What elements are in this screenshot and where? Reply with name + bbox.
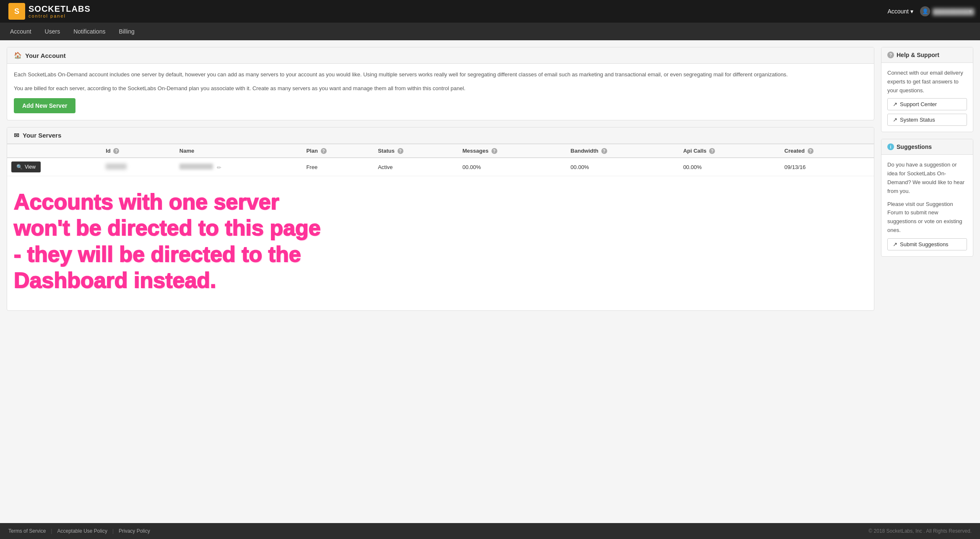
account-card: 🏠 Your Account Each SocketLabs On-Demand… [7,47,874,120]
row-api-calls-cell: 00.00% [679,158,780,176]
logo-area: S SOCKETLABS control panel [8,3,91,20]
user-name: ██████████ [933,8,966,14]
nav-item-users[interactable]: Users [43,23,62,40]
footer-privacy-link[interactable]: Privacy Policy [119,528,150,534]
envelope-icon: ✉ [14,132,19,139]
footer-links: Terms of Service | Acceptable Use Policy… [8,528,150,534]
suggestions-desc-2: Please visit our Suggestion Forum to sub… [887,200,967,235]
footer-divider-2: | [112,528,114,534]
main-container: 🏠 Your Account Each SocketLabs On-Demand… [0,40,980,523]
system-status-button[interactable]: ↗ System Status [887,114,967,126]
nav-item-notifications[interactable]: Notifications [72,23,107,40]
row-name-cell: ✏ [175,158,302,176]
footer-copyright: © 2018 SocketLabs, Inc . All Rights Rese… [868,528,972,534]
submit-suggestions-button[interactable]: ↗ Submit Suggestions [887,238,967,250]
help-support-desc: Connect with our email delivery experts … [887,69,967,95]
col-messages: Messages ? [458,144,567,158]
suggestions-title: Suggestions [897,143,932,150]
col-name: Name [175,144,302,158]
top-navbar: S SOCKETLABS control panel Account ▾ 👤 █… [0,0,980,23]
help-support-title: Help & Support [897,52,939,58]
row-status-cell: Active [374,158,458,176]
external-link-icon-3: ↗ [893,241,897,247]
brand-subtitle: control panel [29,13,91,18]
nav-item-billing[interactable]: Billing [117,23,136,40]
user-icon: 👤 [920,6,930,16]
search-icon: 🔍 [16,164,23,170]
col-created: Created ? [780,144,874,158]
col-api-calls: Api Calls ? [679,144,780,158]
account-desc-1: Each SocketLabs On-Demand account includ… [14,70,867,79]
table-row: 🔍 View ✏ [7,158,874,176]
col-status: Status ? [374,144,458,158]
col-action [7,144,101,158]
external-link-icon-2: ↗ [893,117,897,123]
account-label: Account [887,8,909,15]
footer-divider-1: | [51,528,52,534]
row-bandwidth-cell: 00.00% [567,158,679,176]
annotation-text: Accounts with one server won't be direct… [14,189,333,294]
content-area: 🏠 Your Account Each SocketLabs On-Demand… [7,47,874,311]
help-support-body: Connect with our email delivery experts … [881,63,973,132]
servers-card: ✉ Your Servers Id ? Name [7,127,874,311]
suggestions-card: i Suggestions Do you have a suggestion o… [881,139,973,256]
row-plan-cell: Free [302,158,374,176]
help-question-icon: ? [887,52,894,58]
annotation-overlay: Accounts with one server won't be direct… [7,176,874,310]
help-support-header: ? Help & Support [881,47,973,63]
plan-help-icon[interactable]: ? [321,148,327,154]
suggestions-desc-1: Do you have a suggestion or idea for Soc… [887,161,967,195]
suggestions-info-icon: i [887,143,894,150]
account-card-body: Each SocketLabs On-Demand account includ… [7,64,874,120]
support-center-button[interactable]: ↗ Support Center [887,98,967,110]
col-bandwidth: Bandwidth ? [567,144,679,158]
servers-card-title: Your Servers [23,132,61,139]
brand-title: SOCKETLABS [29,4,91,13]
servers-card-header: ✉ Your Servers [7,128,874,144]
external-link-icon: ↗ [893,101,897,107]
account-arrow: ▾ [910,8,913,15]
row-action-cell: 🔍 View [7,158,101,176]
sub-navbar: Account Users Notifications Billing [0,23,980,40]
id-help-icon[interactable]: ? [113,148,119,154]
account-card-header: 🏠 Your Account [7,47,874,64]
account-desc-2: You are billed for each server, accordin… [14,84,867,93]
view-server-button[interactable]: 🔍 View [11,161,41,172]
messages-help-icon[interactable]: ? [491,148,497,154]
logo-icon: S [8,3,25,20]
bandwidth-help-icon[interactable]: ? [601,148,607,154]
footer: Terms of Service | Acceptable Use Policy… [0,523,980,539]
nav-item-account[interactable]: Account [8,23,33,40]
status-help-icon[interactable]: ? [398,148,403,154]
col-plan: Plan ? [302,144,374,158]
footer-aup-link[interactable]: Acceptable Use Policy [57,528,107,534]
account-dropdown[interactable]: Account ▾ [887,8,913,15]
row-messages-cell: 00.00% [458,158,567,176]
sidebar: ? Help & Support Connect with our email … [881,47,973,257]
col-id: Id ? [101,144,175,158]
help-support-card: ? Help & Support Connect with our email … [881,47,973,132]
server-id-blurred [106,164,127,169]
servers-table-container: Id ? Name Plan ? Status [7,144,874,177]
logo-text: SOCKETLABS control panel [29,4,91,18]
api-calls-help-icon[interactable]: ? [709,148,715,154]
footer-tos-link[interactable]: Terms of Service [8,528,46,534]
account-card-title: Your Account [25,52,66,59]
suggestions-body: Do you have a suggestion or idea for Soc… [881,155,973,256]
top-right: Account ▾ 👤 ██████████ ▾ [887,6,972,16]
suggestions-header: i Suggestions [881,139,973,155]
created-help-icon[interactable]: ? [808,148,814,154]
servers-table: Id ? Name Plan ? Status [7,144,874,177]
user-dropdown[interactable]: 👤 ██████████ ▾ [920,6,972,16]
home-icon: 🏠 [14,52,22,59]
row-id-cell [101,158,175,176]
edit-server-icon[interactable]: ✏ [217,164,221,171]
table-header-row: Id ? Name Plan ? Status [7,144,874,158]
row-created-cell: 09/13/16 [780,158,874,176]
add-server-button[interactable]: Add New Server [14,98,75,113]
